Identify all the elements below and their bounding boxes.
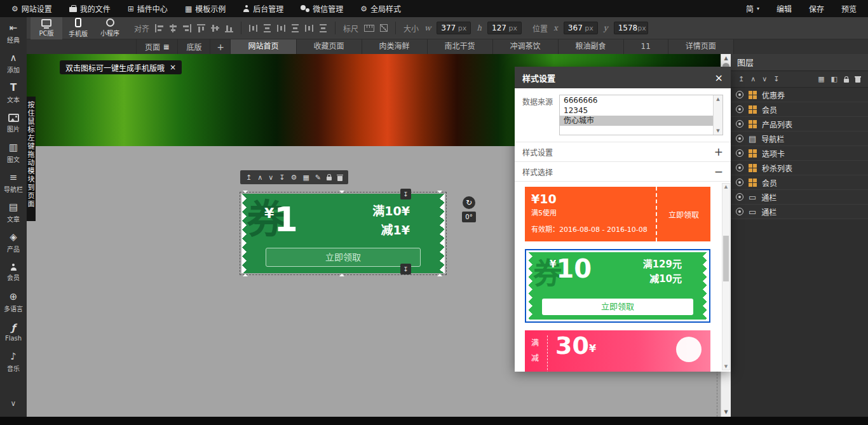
eye-icon[interactable] <box>736 135 743 142</box>
expand-icon[interactable]: + <box>714 145 723 158</box>
align-center-icon[interactable] <box>169 24 177 32</box>
sidebar-item-music[interactable]: ♪音乐 <box>0 347 27 377</box>
preview-button[interactable]: 预览 <box>841 3 857 14</box>
sidebar-item-classic[interactable]: ⇤经典 <box>0 19 27 49</box>
layer-row-banner1[interactable]: ▭通栏 <box>731 190 868 205</box>
layer-row-product-list[interactable]: 产品列表 <box>731 117 868 132</box>
equal-height-icon[interactable] <box>291 24 299 32</box>
sidebar-item-member[interactable]: 会员 <box>0 258 27 288</box>
language-switch[interactable]: 简▾ <box>746 3 759 14</box>
selected-coupon-module[interactable]: 券 ¥ 1 满10¥ 减1¥ 立即领取 <box>241 194 445 273</box>
delete-icon[interactable] <box>337 176 342 181</box>
menu-my-files[interactable]: 我的文件 <box>69 3 111 14</box>
sidebar-item-article[interactable]: ▤文章 <box>0 198 27 228</box>
move-up-icon[interactable]: ∧ <box>257 174 262 181</box>
coupon-style-orange[interactable]: ¥10 满5使用 有效期：2016-08-08 - 2016-10-08 立即领… <box>525 187 710 241</box>
tab-home[interactable]: 网站首页 <box>231 39 296 54</box>
move-to-bottom-icon[interactable]: ↧ <box>279 174 285 181</box>
tab-detail-page[interactable]: 详情页面 <box>668 39 734 54</box>
save-module-top-icon[interactable]: ↧ <box>400 189 411 199</box>
layer-row-coupon[interactable]: 优惠券 <box>731 88 868 102</box>
selection-handle[interactable] <box>437 191 442 196</box>
layer-move-top-icon[interactable]: ↥ <box>738 76 744 83</box>
eye-icon[interactable] <box>736 91 743 98</box>
eye-icon[interactable] <box>736 179 743 186</box>
layer-row-navbar[interactable]: ▤导航栏 <box>731 132 868 146</box>
grid-icon[interactable]: ▦ <box>302 174 309 181</box>
layer-move-up-icon[interactable]: ∧ <box>750 76 756 83</box>
tab-grain-oil[interactable]: 粮油副食 <box>559 39 624 54</box>
scroll-down-icon[interactable]: ▼ <box>716 128 719 133</box>
style-icon[interactable]: ✎ <box>315 174 321 181</box>
space-vertical-icon[interactable] <box>319 24 327 32</box>
selection-handle[interactable] <box>437 271 442 276</box>
layer-row-tabs[interactable]: 选项卡 <box>731 146 868 161</box>
bottom-scroll-bar[interactable] <box>0 417 868 425</box>
save-module-bottom-icon[interactable]: ↧ <box>400 264 411 274</box>
tab-meat-seafood[interactable]: 肉类海鲜 <box>362 39 428 54</box>
device-miniprogram-button[interactable]: 小程序 <box>94 17 126 39</box>
lock-icon[interactable] <box>327 177 332 180</box>
align-left-icon[interactable] <box>155 24 163 32</box>
style-list-scrollbar[interactable]: ▲ ▼ <box>722 183 730 370</box>
menu-backend-admin[interactable]: 后台管理 <box>243 3 283 14</box>
page-menu-button[interactable]: 页面▦ <box>136 39 178 54</box>
equal-width-icon[interactable] <box>277 24 285 32</box>
layer-half-icon[interactable]: ◧ <box>831 76 837 83</box>
settings-icon[interactable]: ⚙ <box>291 174 297 181</box>
sidebar-item-multilang[interactable]: ⊕多语言 <box>0 288 27 318</box>
style-settings-row[interactable]: 样式设置 + <box>515 142 731 161</box>
height-input[interactable]: 127px <box>487 22 522 34</box>
layer-grid-icon[interactable]: ▦ <box>818 76 824 83</box>
base-template-button[interactable]: 底版 <box>178 39 210 54</box>
align-middle-icon[interactable] <box>211 24 219 32</box>
width-input[interactable]: 377px <box>437 22 471 34</box>
save-button[interactable]: 保存 <box>809 3 824 14</box>
distribute-vertical-icon[interactable] <box>263 24 271 32</box>
data-source-listbox[interactable]: 6666666 12345 伤心城市 ▲ ▼ <box>559 95 723 135</box>
sidebar-item-text[interactable]: T文本 <box>0 79 27 109</box>
sidebar-item-add[interactable]: ∧添加 <box>0 49 27 79</box>
add-page-button[interactable]: + <box>210 39 231 54</box>
collapse-icon[interactable]: − <box>714 165 723 178</box>
claim-button[interactable]: 立即领取 <box>266 248 421 267</box>
sidebar-item-flash[interactable]: ƒFlash <box>0 318 27 347</box>
device-pc-button[interactable]: PC版 <box>31 17 62 39</box>
layer-lock-icon[interactable] <box>844 79 849 83</box>
tab-favorites[interactable]: 收藏页面 <box>297 39 362 54</box>
eye-icon[interactable] <box>736 149 743 157</box>
device-mobile-button[interactable]: 手机版 <box>62 17 94 39</box>
scroll-up-icon[interactable]: ▲ <box>722 184 729 190</box>
menu-site-settings[interactable]: ⚙网站设置 <box>11 3 52 14</box>
layer-row-banner2[interactable]: ▭通栏 <box>731 205 868 219</box>
menu-wechat-admin[interactable]: 微信管理 <box>301 3 343 14</box>
selection-handle[interactable] <box>243 191 248 196</box>
eye-icon[interactable] <box>736 193 743 201</box>
scroll-down-icon[interactable]: ▼ <box>721 408 731 417</box>
scroll-up-icon[interactable]: ▲ <box>716 97 719 102</box>
dialog-close-icon[interactable]: × <box>715 72 723 84</box>
tab-dry-goods[interactable]: 南北干货 <box>428 39 493 54</box>
listbox-scrollbar[interactable]: ▲ ▼ <box>713 95 722 135</box>
layer-row-flashsale-list[interactable]: 秒杀列表 <box>731 161 868 175</box>
ruler-icon[interactable] <box>364 25 374 32</box>
align-right-icon[interactable] <box>183 24 191 32</box>
data-source-option[interactable]: 6666666 <box>560 95 713 105</box>
scroll-down-icon[interactable]: ▼ <box>722 363 729 370</box>
eye-icon[interactable] <box>736 164 743 172</box>
selection-handle[interactable] <box>243 271 248 276</box>
move-to-top-icon[interactable]: ↥ <box>246 174 252 181</box>
data-source-option[interactable]: 12345 <box>560 105 713 116</box>
y-input[interactable]: 1578px <box>614 22 648 34</box>
move-down-icon[interactable]: ∨ <box>268 174 273 181</box>
layer-delete-icon[interactable] <box>855 78 860 83</box>
coupon-style-pink[interactable]: 满 减 30 ¥ <box>525 330 710 372</box>
tab-tea-drinks[interactable]: 冲调茶饮 <box>493 39 559 54</box>
dialog-header[interactable]: 样式设置 × <box>515 67 731 88</box>
space-horizontal-icon[interactable] <box>305 24 313 32</box>
sidebar-collapse-button[interactable]: ∨ <box>0 399 27 408</box>
align-top-icon[interactable] <box>197 24 205 32</box>
scrollbar-thumb[interactable] <box>723 236 729 281</box>
layer-move-down-icon[interactable]: ∨ <box>762 76 767 83</box>
menu-plugin-center[interactable]: ⊞插件中心 <box>128 3 168 14</box>
